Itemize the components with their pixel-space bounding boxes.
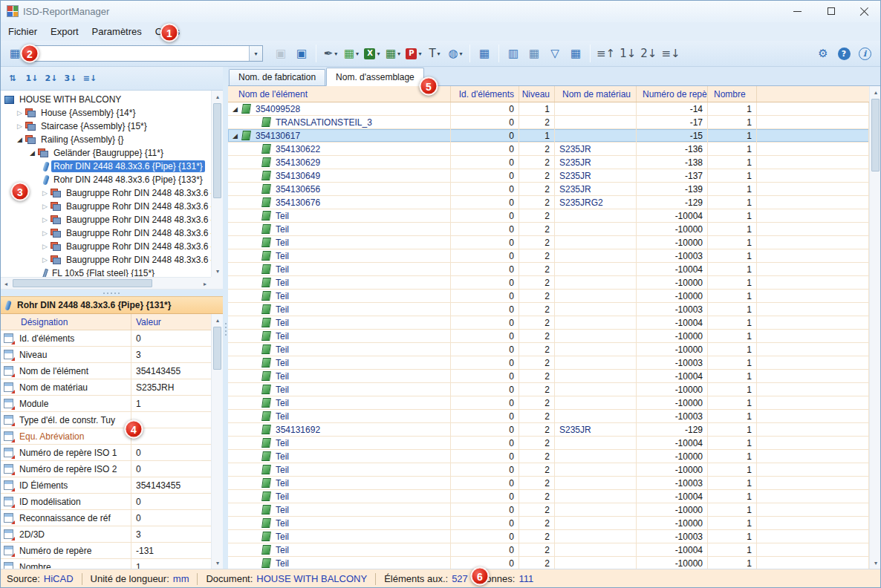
table-row[interactable]: 354131692 0 2 S235JR -129 1 (228, 423, 869, 437)
tab-nom-de-fabrication[interactable]: Nom. de fabrication (229, 69, 325, 85)
tree-item[interactable]: House {Assembly} {14*} (0, 106, 211, 120)
report-combobox[interactable] (31, 45, 263, 62)
tree-vscroll-thumb[interactable] (213, 103, 221, 198)
property-row[interactable]: Nom de matériau S235JRH (0, 379, 212, 396)
table-row[interactable]: Teil 0 2 -10003 1 (228, 530, 869, 543)
tree-sort-level-3-button[interactable]: 3↓ (62, 70, 79, 88)
scroll-up-icon[interactable] (212, 314, 223, 326)
scroll-right-icon[interactable] (199, 278, 211, 290)
dropdown-caret-icon[interactable]: ▾ (356, 50, 359, 57)
tree-expander-icon[interactable] (42, 229, 51, 237)
property-row[interactable]: Numéro de repère ISO 2 0 (0, 461, 212, 477)
column-header-nom-materiau[interactable]: Nom de matériau (555, 86, 637, 102)
property-row[interactable]: Numéro de repère -131 (0, 543, 212, 559)
table-row[interactable]: Teil 0 2 -10000 1 (228, 450, 869, 463)
table-row[interactable]: 354130649 0 2 S235JR -137 1 (228, 169, 869, 183)
table-row[interactable]: TRANSLATIONSTEIL_3 0 2 -17 1 (228, 116, 869, 129)
scroll-down-icon[interactable] (212, 265, 223, 277)
sort-group-button[interactable]: ≡↑ (595, 44, 617, 64)
menu-item-fichier[interactable]: Fichier (1, 24, 44, 39)
help-button[interactable]: ? (834, 44, 854, 64)
table-row[interactable]: Teil 0 2 -10000 1 (228, 223, 869, 236)
sort-level-1-button[interactable]: 1↓ (618, 44, 637, 64)
filter-button[interactable]: ▽ (545, 44, 565, 64)
table-row[interactable]: Teil 0 2 -10004 1 (228, 543, 869, 557)
dropdown-caret-icon[interactable]: ▾ (418, 50, 421, 57)
table-row[interactable]: Teil 0 2 -10000 1 (228, 330, 869, 343)
table-row[interactable]: 354130676 0 2 S235JRG2 -129 1 (228, 196, 869, 209)
info-button[interactable]: i (855, 44, 874, 64)
table-row[interactable]: Teil 0 2 -10004 1 (228, 370, 869, 383)
save-button[interactable]: ▣ (271, 44, 290, 64)
close-button[interactable] (848, 0, 881, 22)
tree-expander-icon[interactable] (42, 256, 51, 264)
dropdown-caret-icon[interactable]: ▾ (460, 50, 463, 57)
tree-expander-icon[interactable] (17, 122, 25, 130)
tree-expander-icon[interactable] (42, 216, 51, 223)
column-header-id-elements[interactable]: Id. d'éléments (451, 86, 519, 102)
tab-nom-d-assemblage[interactable]: Nom. d'assemblage (326, 68, 424, 86)
dropdown-caret-icon[interactable]: ▾ (438, 50, 440, 57)
table-row[interactable]: Teil 0 2 -10004 1 (228, 490, 869, 503)
menu-item-param-tres[interactable]: Paramètres (85, 24, 149, 39)
tree-item[interactable]: Baugruppe Rohr DIN 2448 48.3x3.6 { (0, 253, 211, 267)
tree-item[interactable]: Railing {Assembly} {} (0, 133, 211, 146)
table-row[interactable]: Teil 0 2 -10000 1 (228, 236, 869, 249)
table-options-button[interactable]: ▦ (524, 44, 544, 64)
export-text-button[interactable]: T▾ (425, 44, 444, 64)
tree-expander-icon[interactable] (42, 189, 51, 197)
tree-expander-icon[interactable] (42, 203, 51, 210)
table-row[interactable]: Teil 0 2 -10003 1 (228, 249, 869, 263)
combo-dropdown-icon[interactable] (249, 46, 262, 61)
property-row[interactable]: Niveau 3 (0, 347, 212, 363)
tree-item[interactable]: Baugruppe Rohr DIN 2448 48.3x3.6 { (0, 200, 211, 213)
tree-item[interactable]: Rohr DIN 2448 48.3x3.6 {Pipe} {133*} (0, 173, 211, 186)
table-row[interactable]: Teil 0 2 -10000 1 (228, 290, 869, 303)
maximize-button[interactable] (814, 0, 848, 22)
table-row[interactable]: Teil 0 2 -10000 1 (228, 276, 869, 290)
dropdown-caret-icon[interactable]: ▾ (377, 50, 380, 57)
table-row[interactable]: 354130622 0 2 S235JR -136 1 (228, 143, 869, 156)
table-row[interactable]: Teil 0 2 -10003 1 (228, 477, 869, 490)
menu-item-export[interactable]: Export (44, 24, 85, 39)
expand-triangle-icon[interactable] (233, 105, 242, 113)
table-vertical-scrollbar[interactable] (869, 86, 881, 569)
dropdown-caret-icon[interactable]: ▾ (397, 50, 400, 57)
property-row[interactable]: Nom de l'élément 354143455 (0, 363, 212, 379)
property-row[interactable]: Id. d'éléments 0 (0, 330, 212, 347)
scroll-up-icon[interactable] (870, 86, 881, 98)
scroll-left-icon[interactable] (0, 278, 12, 290)
tree-expander-icon[interactable] (30, 149, 38, 157)
property-row[interactable]: ID modélisation 0 (0, 494, 212, 510)
minimize-button[interactable] (781, 0, 814, 22)
table-row[interactable]: Teil 0 2 -10000 1 (228, 396, 869, 410)
column-header-designation[interactable]: Désignation (0, 317, 131, 327)
tree-hscroll-thumb[interactable] (13, 279, 152, 287)
tree-expander-icon[interactable] (17, 136, 25, 143)
table-row[interactable]: Teil 0 2 -10003 1 (228, 303, 869, 316)
property-row[interactable]: Equ. Abréviation (0, 428, 212, 445)
scroll-up-icon[interactable] (212, 91, 223, 102)
table-row[interactable]: Teil 0 2 -10004 1 (228, 437, 869, 450)
table-row[interactable]: Teil 0 2 -10000 1 (228, 463, 869, 477)
column-header-numero-repere[interactable]: Numéro de repère (637, 86, 708, 102)
column-config-button[interactable]: ▥ (504, 44, 523, 64)
prop-vscroll-thumb[interactable] (213, 327, 221, 370)
tree-item[interactable]: HOUSE WITH BALCONY (0, 93, 211, 106)
table-row[interactable]: 354130656 0 2 S235JR -139 1 (228, 183, 869, 196)
horizontal-splitter[interactable] (0, 290, 223, 296)
scroll-down-icon[interactable] (212, 557, 223, 569)
export-html-button[interactable]: ◍▾ (446, 44, 465, 64)
tree-expand-all-button[interactable]: ≡↓ (81, 70, 99, 88)
column-header-valeur[interactable]: Valeur (131, 314, 212, 330)
export-spreadsheet-button[interactable]: ▦▾ (383, 44, 403, 64)
table-row[interactable]: Teil 0 2 -10004 1 (228, 209, 869, 223)
table-row[interactable]: Teil 0 2 -10003 1 (228, 410, 869, 423)
export-excel-button[interactable]: X▾ (363, 44, 382, 64)
dropdown-caret-icon[interactable]: ▾ (334, 50, 337, 57)
table-row[interactable]: Teil 0 2 -10003 1 (228, 356, 869, 370)
table-row[interactable]: Teil 0 2 -10004 1 (228, 263, 869, 276)
tree-sort-structure-button[interactable]: ⇅ (4, 70, 22, 88)
tree-item[interactable]: Baugruppe Rohr DIN 2448 48.3x3.6 { (0, 240, 211, 253)
property-row[interactable]: Nombre 1 (0, 559, 212, 569)
